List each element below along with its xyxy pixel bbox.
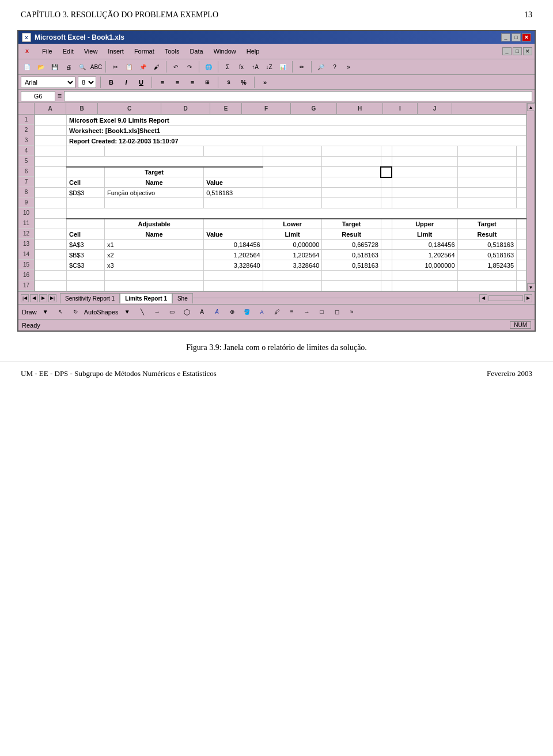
- chart-button[interactable]: 📊: [276, 60, 289, 73]
- cell-g11[interactable]: [381, 219, 392, 229]
- more-button[interactable]: »: [342, 60, 355, 73]
- cell-j6[interactable]: [517, 167, 527, 177]
- cell-g16[interactable]: [381, 271, 392, 281]
- cell-a11[interactable]: [35, 219, 67, 229]
- h-scroll-right[interactable]: ▶: [524, 294, 532, 302]
- cell-g9[interactable]: [381, 198, 392, 208]
- cell-j7[interactable]: [517, 177, 527, 188]
- underline-button[interactable]: U: [135, 77, 147, 88]
- open-button[interactable]: 📂: [35, 60, 47, 73]
- cell-a8[interactable]: [35, 188, 67, 198]
- h-scroll-left[interactable]: ◀: [479, 294, 487, 302]
- cell-g7[interactable]: [381, 177, 392, 188]
- cell-g8[interactable]: [381, 188, 392, 198]
- save-button[interactable]: 💾: [48, 60, 61, 73]
- align-left-button[interactable]: ≡: [156, 77, 169, 88]
- doc-close-button[interactable]: ✕: [523, 47, 532, 55]
- new-button[interactable]: 📄: [21, 60, 33, 73]
- font-color-tool[interactable]: A: [256, 306, 268, 318]
- cell-b6[interactable]: [67, 167, 105, 177]
- cell-a12[interactable]: [35, 229, 67, 240]
- menu-tools[interactable]: Tools: [163, 47, 181, 55]
- cell-a13[interactable]: [35, 240, 67, 250]
- formula-input[interactable]: [64, 91, 532, 101]
- cell-j13[interactable]: [517, 240, 527, 250]
- cell-i7[interactable]: [457, 177, 517, 188]
- cell-j12[interactable]: [517, 229, 527, 240]
- arrow-tool[interactable]: →: [151, 306, 164, 318]
- cell-e5[interactable]: [263, 157, 322, 167]
- cell-i9[interactable]: [457, 198, 517, 208]
- cell-b9[interactable]: [67, 198, 105, 208]
- cell-a14[interactable]: [35, 250, 67, 260]
- cell-c4[interactable]: [104, 146, 203, 157]
- menu-format[interactable]: Format: [132, 47, 156, 55]
- cell-a9[interactable]: [35, 198, 67, 208]
- menu-insert[interactable]: Insert: [106, 47, 126, 55]
- select-tool[interactable]: ↖: [54, 306, 67, 318]
- align-right-button[interactable]: ≡: [186, 77, 199, 88]
- cell-j14[interactable]: [517, 250, 527, 260]
- bold-button[interactable]: B: [105, 77, 118, 88]
- draw-dropdown[interactable]: ▼: [39, 306, 52, 318]
- cell-h4[interactable]: [392, 146, 457, 157]
- cell-e8[interactable]: [263, 188, 322, 198]
- cell-f4[interactable]: [322, 146, 381, 157]
- cell-i4[interactable]: [457, 146, 517, 157]
- maximize-button[interactable]: □: [512, 33, 521, 41]
- cell-i8[interactable]: [457, 188, 517, 198]
- scroll-up-button[interactable]: ▲: [527, 103, 535, 111]
- more-format-button[interactable]: »: [259, 77, 271, 88]
- merge-button[interactable]: ⊞: [201, 77, 214, 88]
- redo-button[interactable]: ↷: [183, 60, 196, 73]
- cell-e4[interactable]: [263, 146, 322, 157]
- font-select[interactable]: Arial: [21, 77, 75, 88]
- text-box-tool[interactable]: A: [196, 306, 209, 318]
- cell-a5[interactable]: [35, 157, 67, 167]
- cell-f5[interactable]: [322, 157, 381, 167]
- cell-a10[interactable]: [35, 208, 67, 219]
- format-painter-button[interactable]: 🖌: [150, 60, 163, 73]
- cell-a15[interactable]: [35, 260, 67, 271]
- cell-i17[interactable]: [457, 281, 517, 291]
- cell-g12[interactable]: [381, 229, 392, 240]
- sort-desc-button[interactable]: ↓Z: [263, 60, 275, 73]
- menu-window[interactable]: Window: [212, 47, 238, 55]
- percent-button[interactable]: %: [237, 77, 250, 88]
- cell-d11[interactable]: [204, 219, 263, 229]
- cell-e7[interactable]: [263, 177, 322, 188]
- rect-tool[interactable]: ▭: [166, 306, 179, 318]
- cell-f6[interactable]: [322, 167, 381, 177]
- paste-button[interactable]: 📌: [137, 60, 149, 73]
- cell-c17[interactable]: [104, 281, 203, 291]
- cell-f16[interactable]: [322, 271, 381, 281]
- tab-next-button[interactable]: ▶: [39, 294, 47, 302]
- cell-g14[interactable]: [381, 250, 392, 260]
- cut-button[interactable]: ✂: [109, 60, 122, 73]
- cell-reference[interactable]: [21, 91, 55, 101]
- cell-h6[interactable]: [392, 167, 457, 177]
- cell-d17[interactable]: [204, 281, 263, 291]
- dash-style-tool[interactable]: ≡: [286, 306, 298, 318]
- cell-j5[interactable]: [517, 157, 527, 167]
- cell-d9[interactable]: [204, 198, 263, 208]
- vertical-scrollbar[interactable]: ▲ ▼: [527, 103, 535, 291]
- cell-e17[interactable]: [263, 281, 322, 291]
- menu-view[interactable]: View: [82, 47, 100, 55]
- line-tool[interactable]: ╲: [136, 306, 149, 318]
- tab-last-button[interactable]: ▶|: [48, 294, 56, 302]
- cell-f9[interactable]: [322, 198, 381, 208]
- cell-j9[interactable]: [517, 198, 527, 208]
- sort-asc-button[interactable]: ↑A: [249, 60, 262, 73]
- tab-sensitivity-report[interactable]: Sensitivity Report 1: [60, 293, 120, 303]
- h-scroll-track[interactable]: [488, 295, 523, 301]
- zoom-button[interactable]: 🔎: [315, 60, 327, 73]
- cell-j15[interactable]: [517, 260, 527, 271]
- cell-b17[interactable]: [67, 281, 105, 291]
- cell-g6-selected[interactable]: [381, 167, 392, 177]
- tab-limits-report[interactable]: Limits Report 1: [120, 293, 172, 303]
- cell-b16[interactable]: [67, 271, 105, 281]
- cell-i16[interactable]: [457, 271, 517, 281]
- cell-a17[interactable]: [35, 281, 67, 291]
- cell-c16[interactable]: [104, 271, 203, 281]
